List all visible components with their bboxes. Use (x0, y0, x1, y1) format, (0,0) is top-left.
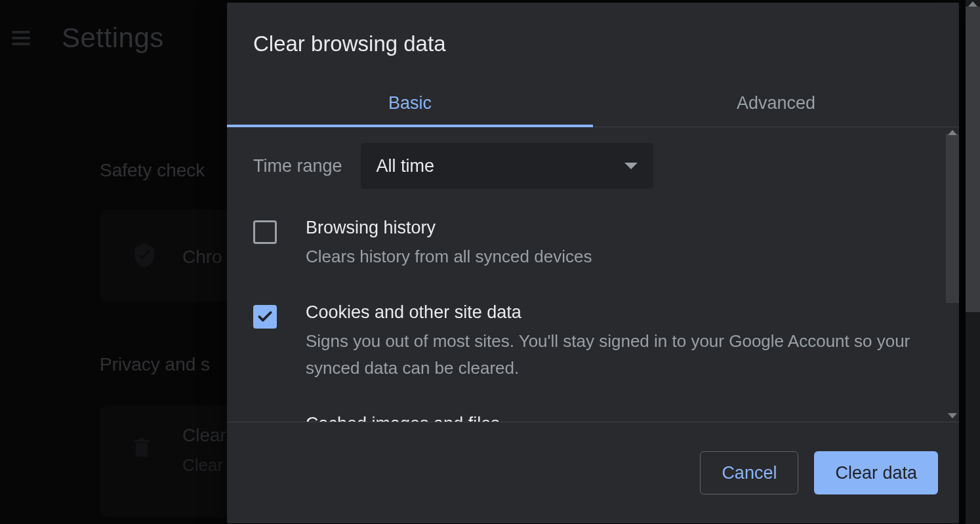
scrollbar-thumb[interactable] (966, 7, 980, 312)
option-desc: Clears history from all synced devices (306, 243, 925, 271)
checkmark-icon (256, 308, 274, 325)
clear-browsing-data-dialog: Clear browsing data Basic Advanced Time … (227, 3, 959, 523)
clear-data-button[interactable]: Clear data (814, 451, 938, 494)
tab-basic[interactable]: Basic (227, 79, 593, 127)
option-title: Browsing history (306, 218, 925, 238)
option-cached[interactable]: Cached images and files (253, 414, 925, 422)
option-cookies[interactable]: Cookies and other site data Signs you ou… (253, 302, 925, 382)
checkbox-browsing-history[interactable] (253, 220, 277, 244)
time-range-value: All time (377, 156, 435, 176)
scrollbar-thumb[interactable] (946, 134, 959, 303)
dialog-body: Time range All time Browsing history Cle… (227, 127, 951, 422)
scroll-up-icon[interactable] (948, 130, 957, 135)
tab-advanced[interactable]: Advanced (593, 79, 959, 127)
cancel-button[interactable]: Cancel (700, 451, 798, 494)
dialog-scrollbar[interactable] (946, 127, 959, 421)
scroll-up-icon[interactable] (968, 1, 977, 7)
dialog-footer: Cancel Clear data (227, 422, 959, 523)
time-range-label: Time range (253, 156, 342, 176)
time-range-select[interactable]: All time (361, 143, 653, 189)
option-desc: Signs you out of most sites. You'll stay… (306, 328, 925, 382)
checkbox-cookies[interactable] (253, 305, 277, 329)
scroll-down-icon[interactable] (948, 413, 957, 418)
time-range-row: Time range All time (253, 143, 925, 189)
dialog-tabs: Basic Advanced (227, 79, 959, 127)
page-scrollbar[interactable] (966, 0, 980, 524)
option-browsing-history[interactable]: Browsing history Clears history from all… (253, 218, 925, 271)
option-title: Cookies and other site data (306, 302, 925, 323)
option-title: Cached images and files (306, 414, 925, 422)
chevron-down-icon (624, 163, 638, 169)
dialog-title: Clear browsing data (227, 3, 959, 56)
